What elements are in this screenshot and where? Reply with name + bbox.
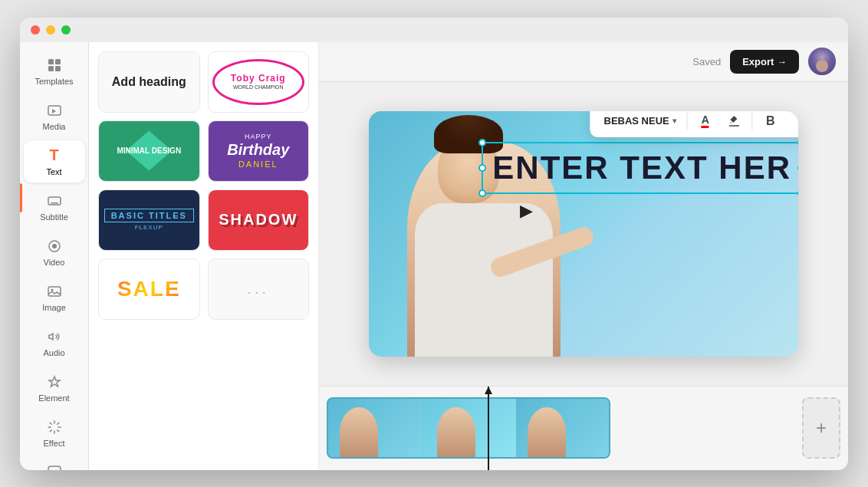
title-bar bbox=[20, 18, 848, 42]
toby-craig-logo: Toby Craig WORLD CHAMPION bbox=[212, 59, 304, 105]
template-card-birthday[interactable]: HAPPY Birthday DANIEL bbox=[208, 120, 310, 182]
resize-handle-tr[interactable] bbox=[797, 139, 798, 146]
media-icon bbox=[45, 101, 64, 120]
app-body: Templates Media T Text bbox=[20, 42, 848, 470]
add-heading-label: Add heading bbox=[112, 75, 186, 89]
basic-titles-inner: BASIC TITLES FLEXUP bbox=[104, 209, 194, 231]
sidebar-item-image[interactable]: Image bbox=[24, 276, 85, 318]
basic-titles-sub: FLEXUP bbox=[135, 224, 163, 231]
resize-handle-tl[interactable] bbox=[478, 139, 486, 146]
resize-handle-ml[interactable] bbox=[478, 164, 486, 172]
toby-craig-sub: WORLD CHAMPION bbox=[233, 84, 284, 90]
sidebar: Templates Media T Text bbox=[20, 42, 89, 470]
active-indicator bbox=[20, 183, 22, 212]
svg-rect-2 bbox=[48, 66, 54, 71]
minimal-label: MINIMAL DESIGN bbox=[117, 146, 181, 155]
sidebar-item-subtitle[interactable]: Subtitle bbox=[24, 186, 85, 228]
sidebar-item-label: Audio bbox=[43, 348, 64, 357]
playhead[interactable] bbox=[488, 387, 489, 470]
image-icon bbox=[45, 282, 64, 301]
font-selector[interactable]: BEBAS NEUE ▾ bbox=[599, 112, 680, 130]
svg-rect-3 bbox=[55, 66, 61, 71]
template-card-add-heading[interactable]: Add heading bbox=[98, 51, 200, 113]
birthday-name: DANIEL bbox=[238, 160, 278, 169]
left-panel: Add heading Toby Craig WORLD CHAMPION bbox=[89, 42, 319, 470]
template-card-shadow[interactable]: SHADOW bbox=[208, 189, 310, 251]
audio-icon bbox=[45, 327, 64, 346]
basic-titles-text: BASIC TITLES bbox=[104, 209, 194, 222]
divider-1 bbox=[687, 112, 688, 130]
svg-rect-9 bbox=[48, 287, 61, 296]
sidebar-item-label: Media bbox=[43, 122, 66, 131]
main-area: Saved Export → bbox=[319, 42, 848, 470]
maximize-button[interactable] bbox=[61, 25, 71, 35]
clip-segment-1[interactable] bbox=[327, 397, 610, 459]
sidebar-item-templates[interactable]: Templates bbox=[24, 50, 85, 92]
subtitle-icon bbox=[45, 192, 64, 210]
highlight-button[interactable] bbox=[723, 111, 746, 133]
text-toolbar: BEBAS NEUE ▾ A bbox=[590, 111, 798, 137]
sidebar-item-label: Element bbox=[38, 393, 69, 403]
sidebar-item-label: Effect bbox=[44, 439, 65, 448]
shadow-text: SHADOW bbox=[219, 211, 298, 229]
minimize-button[interactable] bbox=[46, 25, 55, 35]
template-card-basic-titles[interactable]: BASIC TITLES FLEXUP bbox=[98, 189, 200, 251]
sidebar-item-label: Video bbox=[44, 258, 65, 267]
add-clip-button[interactable]: + bbox=[802, 397, 840, 459]
sidebar-item-label: Templates bbox=[35, 77, 73, 86]
resize-handle-mr[interactable] bbox=[797, 164, 798, 172]
svg-rect-0 bbox=[48, 59, 54, 64]
italic-button[interactable]: I bbox=[788, 111, 798, 133]
tools-icon bbox=[45, 463, 64, 470]
video-icon bbox=[45, 237, 64, 255]
sidebar-item-label: Text bbox=[46, 167, 61, 176]
sidebar-item-video[interactable]: Video bbox=[24, 231, 85, 273]
resize-handle-br[interactable] bbox=[797, 189, 798, 197]
sidebar-item-element[interactable]: Element bbox=[24, 367, 85, 409]
add-clip-icon: + bbox=[816, 417, 827, 439]
bold-button[interactable]: B bbox=[759, 111, 782, 133]
svg-rect-1 bbox=[55, 59, 61, 64]
canvas-text[interactable]: ENTER TEXT HER bbox=[492, 150, 791, 186]
canvas-background: BEBAS NEUE ▾ A bbox=[369, 111, 798, 357]
resize-handle-bl[interactable] bbox=[478, 189, 486, 197]
cursor-arrow: ▶ bbox=[520, 201, 533, 221]
template-card-more[interactable]: ... bbox=[208, 258, 310, 320]
canvas-frame: BEBAS NEUE ▾ A bbox=[369, 111, 798, 357]
canvas-area[interactable]: BEBAS NEUE ▾ A bbox=[319, 82, 848, 386]
sidebar-item-label: Image bbox=[42, 303, 66, 312]
birthday-happy: HAPPY bbox=[245, 133, 272, 140]
font-chevron: ▾ bbox=[672, 117, 676, 125]
template-card-minimal[interactable]: MINIMAL DESIGN bbox=[98, 120, 200, 182]
export-button[interactable]: Export → bbox=[730, 50, 799, 74]
timeline: + bbox=[319, 386, 848, 470]
sidebar-item-audio[interactable]: Audio bbox=[24, 321, 85, 364]
top-bar: Saved Export → bbox=[319, 42, 848, 82]
template-grid: Add heading Toby Craig WORLD CHAMPION bbox=[98, 51, 309, 320]
sidebar-item-effect[interactable]: Effect bbox=[24, 412, 85, 454]
sale-text: SALE bbox=[117, 277, 181, 301]
avatar[interactable] bbox=[808, 48, 836, 75]
svg-point-8 bbox=[52, 244, 57, 248]
template-card-sale[interactable]: SALE bbox=[98, 258, 200, 320]
app-window: Templates Media T Text bbox=[20, 18, 848, 470]
clip-track bbox=[327, 397, 794, 459]
close-button[interactable] bbox=[31, 25, 40, 35]
text-color-button[interactable]: A bbox=[694, 111, 717, 133]
font-name: BEBAS NEUE bbox=[603, 115, 669, 127]
more-dots: ... bbox=[247, 280, 269, 298]
svg-rect-11 bbox=[48, 466, 61, 470]
toby-craig-text: Toby Craig bbox=[231, 74, 286, 84]
saved-status: Saved bbox=[692, 56, 721, 67]
effect-icon bbox=[45, 418, 64, 436]
divider-2 bbox=[752, 112, 753, 130]
text-icon: T bbox=[45, 146, 64, 165]
text-overlay-wrapper: BEBAS NEUE ▾ A bbox=[482, 142, 798, 194]
sidebar-item-media[interactable]: Media bbox=[24, 95, 85, 137]
template-card-toby-craig[interactable]: Toby Craig WORLD CHAMPION bbox=[208, 51, 310, 113]
text-selection-box[interactable]: ENTER TEXT HER bbox=[482, 142, 798, 194]
birthday-big: Birthday bbox=[227, 141, 289, 159]
sidebar-item-label: Subtitle bbox=[40, 212, 68, 222]
sidebar-item-text[interactable]: T Text bbox=[24, 140, 85, 183]
sidebar-item-tools[interactable]: Tools bbox=[24, 457, 85, 470]
